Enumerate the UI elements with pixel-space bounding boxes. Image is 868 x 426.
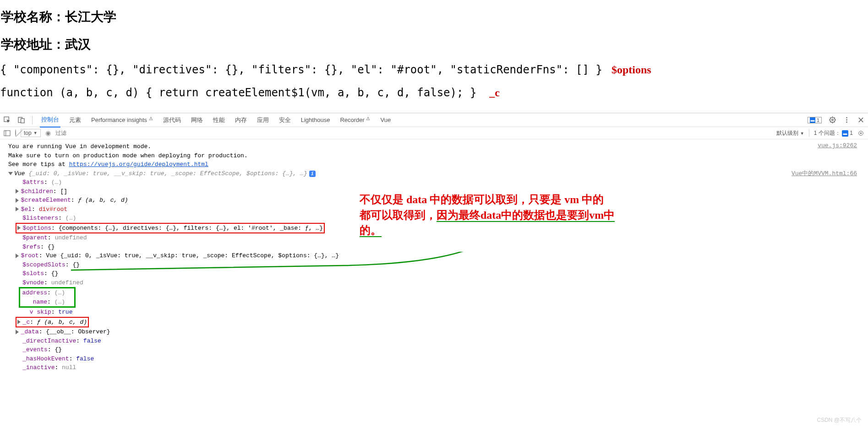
prop-refs[interactable]: $refs: {} [0, 243, 868, 252]
message-icon: ▬ [810, 117, 815, 123]
console-message: Make sure to turn on production mode whe… [0, 151, 868, 160]
tab-network[interactable]: 网络 [190, 113, 204, 127]
prop-data[interactable]: _data: {__ob__: Observer} [0, 327, 868, 337]
inspect-icon[interactable] [4, 116, 11, 123]
prop-vskip[interactable]: v skip: true [0, 308, 868, 317]
console-message: See more tips at https://vuejs.org/guide… [0, 160, 868, 169]
expand-icon[interactable] [8, 172, 13, 175]
source-link-html[interactable]: Vue中的MVVM.html:66 [792, 169, 857, 177]
filter-input[interactable] [55, 130, 411, 136]
prop-slots[interactable]: $slots: {} [0, 269, 868, 278]
deployment-link[interactable]: https://vuejs.org/guide/deployment.html [69, 161, 208, 168]
issues-indicator[interactable]: 1 个问题： ▬ 1 [814, 129, 853, 137]
prop-vnode[interactable]: $vnode: undefined [0, 278, 868, 288]
svg-point-5 [846, 117, 847, 118]
expand-icon[interactable] [16, 254, 19, 258]
svg-rect-8 [4, 130, 10, 135]
clear-console-icon[interactable] [15, 130, 16, 136]
tab-performance-insights[interactable]: Performance insights ⚠ [90, 114, 154, 126]
console-output: vue.js:9262 You are running Vue in devel… [0, 139, 868, 386]
prop-inactive[interactable]: _inactive: null [0, 363, 868, 372]
heading-school-name: 学校名称：长江大学 [1, 8, 868, 26]
tab-lighthouse[interactable]: Lighthouse [300, 114, 332, 126]
data-props-highlight-box: address: (…) name: (…) [19, 287, 75, 308]
svg-point-6 [846, 119, 847, 120]
prop-c-row[interactable]: _c: ƒ (a, b, c, d) [0, 317, 868, 328]
expand-icon[interactable] [17, 226, 21, 230]
prop-scopedSlots[interactable]: $scopedSlots: {} [0, 260, 868, 270]
tab-sources[interactable]: 源代码 [162, 113, 182, 127]
prop-attrs[interactable]: $attrs: (…) [0, 178, 868, 187]
heading-school-address: 学校地址：武汉 [1, 36, 868, 53]
prop-events[interactable]: _events: {} [0, 345, 868, 354]
tab-console[interactable]: 控制台 [40, 113, 60, 127]
tab-application[interactable]: 应用 [256, 113, 270, 127]
prop-root[interactable]: $root: Vue {_uid: 0, _isVue: true, __v_s… [0, 251, 868, 260]
tab-elements[interactable]: 元素 [68, 113, 82, 127]
filter-icon: ◉ [45, 129, 51, 137]
close-devtools-icon[interactable] [857, 116, 864, 123]
tab-security[interactable]: 安全 [278, 113, 292, 127]
info-badge-icon[interactable]: i [309, 171, 316, 177]
red-annotation-text: 不仅仅是 data 中的数据可以取到，只要是 vm 中的 都可以取得到，因为最终… [360, 192, 615, 238]
tab-performance[interactable]: 性能 [212, 113, 226, 127]
options-highlight-box: $options: {components: {…}, directives: … [16, 223, 325, 234]
expand-icon[interactable] [17, 320, 21, 324]
prop-hasHookEvent[interactable]: _hasHookEvent: false [0, 354, 868, 364]
source-link-vue[interactable]: vue.js:9262 [818, 142, 857, 149]
tab-vue[interactable]: Vue [379, 114, 392, 126]
expand-icon[interactable] [16, 207, 19, 211]
svg-rect-2 [21, 119, 25, 123]
svg-point-4 [832, 119, 834, 121]
log-level-selector[interactable]: 默认级别 ▼ [776, 129, 804, 137]
expand-icon[interactable] [16, 330, 19, 334]
warning-icon: ⚠ [366, 116, 370, 121]
tab-recorder[interactable]: Recorder ⚠ [338, 114, 371, 126]
console-filter-bar: top ▼ ◉ 默认级别 ▼ 1 个问题： ▬ 1 [0, 127, 868, 139]
vue-instance-header[interactable]: Vue {_uid: 0, _isVue: true, __v_skip: tr… [0, 169, 868, 178]
more-icon[interactable] [843, 116, 850, 123]
devtools-toolbar: 控制台 元素 Performance insights ⚠ 源代码 网络 性能 … [0, 113, 868, 127]
context-selector[interactable]: top ▼ [21, 129, 41, 137]
page-body: 学校名称：长江大学 学校地址：武汉 { "components": {}, "d… [0, 0, 868, 113]
c-annotation: _c [489, 87, 500, 99]
expand-icon[interactable] [16, 198, 19, 203]
options-annotation: $options [611, 64, 651, 76]
tab-memory[interactable]: 内存 [234, 113, 248, 127]
messages-badge[interactable]: ▬1 [808, 117, 822, 123]
sidebar-toggle-icon[interactable] [4, 130, 11, 137]
function-output-line: function (a, b, c, d) { return createEle… [0, 86, 868, 99]
settings-icon[interactable] [829, 116, 836, 123]
warning-icon: ⚠ [149, 116, 153, 121]
c-highlight-box: _c: ƒ (a, b, c, d) [16, 317, 89, 328]
options-output-line: { "components": {}, "directives": {}, "f… [0, 63, 868, 76]
prop-directInactive[interactable]: _directInactive: false [0, 337, 868, 346]
console-message: You are running Vue in development mode. [0, 142, 868, 151]
prop-address-name-box[interactable]: address: (…) name: (…) [0, 287, 868, 308]
svg-point-7 [846, 122, 847, 122]
expand-icon[interactable] [16, 189, 19, 194]
svg-point-11 [860, 133, 862, 134]
device-toggle-icon[interactable] [18, 116, 25, 123]
console-settings-icon[interactable] [857, 130, 864, 137]
